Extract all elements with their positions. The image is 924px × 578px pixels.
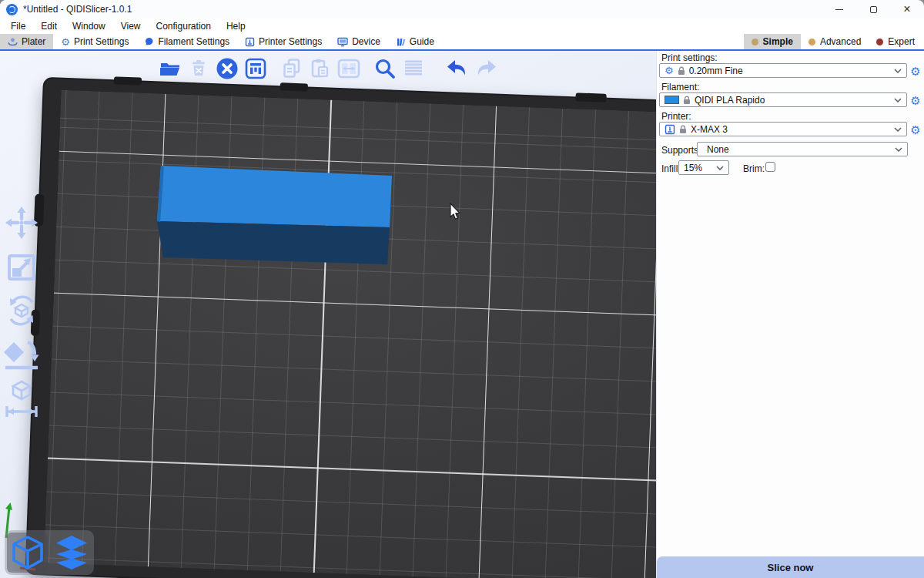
place-on-face-icon	[3, 336, 40, 373]
menubar: File Edit Window View Configuration Help	[0, 18, 924, 34]
window-title: *Untitled - QIDISlicer-1.0.1	[23, 4, 132, 15]
split-view-button[interactable]	[335, 52, 363, 85]
open-folder-icon	[159, 58, 182, 79]
3d-view-cube-icon	[11, 535, 45, 570]
rotate-icon	[4, 291, 39, 330]
scale-tool-button[interactable]	[2, 247, 42, 286]
layers-preview-view-button[interactable]	[51, 533, 92, 573]
brim-label: Brim:	[743, 163, 765, 174]
copy-button[interactable]	[278, 52, 306, 85]
window-controls: ×	[822, 0, 924, 18]
slice-now-button[interactable]: Slice now	[657, 556, 924, 578]
rotate-tool-button[interactable]	[2, 291, 42, 330]
scale-icon	[4, 249, 39, 284]
advanced-mode-dot-icon	[808, 39, 815, 45]
move-icon	[4, 205, 39, 240]
delete-all-button[interactable]	[213, 52, 242, 85]
tab-plater[interactable]: Plater	[0, 34, 53, 49]
infill-label: Infill:	[661, 163, 681, 174]
maximize-button[interactable]	[856, 0, 890, 18]
mode-advanced[interactable]: Advanced	[801, 34, 869, 49]
tab-label: Printer Settings	[259, 36, 322, 47]
paste-button[interactable]	[306, 52, 335, 85]
mode-simple[interactable]: Simple	[744, 34, 801, 49]
infill-select[interactable]: 15%	[678, 160, 729, 175]
mode-label: Expert	[888, 36, 915, 47]
menu-edit[interactable]: Edit	[33, 19, 65, 33]
layers-list-icon	[403, 58, 424, 79]
tab-filament-settings[interactable]: Filament Settings	[136, 34, 237, 49]
chevron-down-icon	[716, 166, 724, 170]
place-on-face-tool-button[interactable]	[2, 335, 42, 374]
print-settings-select[interactable]: ⚙ 0.20mm Fine	[659, 63, 907, 78]
move-tool-button[interactable]	[2, 203, 42, 242]
delete-button[interactable]	[185, 52, 213, 85]
supports-select[interactable]: None	[697, 142, 908, 156]
minimize-button[interactable]	[822, 0, 856, 18]
print-settings-gear-button[interactable]: ⚙	[909, 66, 922, 77]
layers-preview-icon	[54, 534, 89, 571]
minimize-icon	[835, 9, 843, 10]
redo-arrow-icon	[474, 58, 498, 79]
variable-layer-height-button[interactable]	[400, 52, 428, 85]
filament-gear-button[interactable]: ⚙	[909, 95, 922, 106]
tab-label: Device	[352, 36, 380, 47]
tab-device[interactable]: Device	[330, 34, 388, 49]
paste-icon	[309, 57, 332, 80]
supports-label: Supports:	[661, 145, 701, 156]
tab-print-settings[interactable]: ⚙ Print Settings	[53, 34, 136, 49]
supports-value: None	[707, 144, 729, 155]
gear-icon: ⚙	[61, 37, 70, 47]
printer-icon	[245, 37, 255, 47]
menu-help[interactable]: Help	[219, 19, 253, 33]
filament-select[interactable]: QIDI PLA Rapido	[659, 92, 907, 107]
measure-icon	[3, 379, 40, 418]
app-logo-icon	[6, 4, 18, 15]
tab-label: Guide	[410, 36, 434, 47]
open-button[interactable]	[156, 52, 185, 85]
arrange-button[interactable]	[242, 52, 270, 85]
tab-label: Filament Settings	[158, 36, 229, 47]
brim-checkbox[interactable]	[765, 162, 775, 172]
guide-icon	[396, 37, 406, 47]
printer-icon	[665, 124, 675, 135]
redo-button[interactable]	[472, 52, 500, 85]
search-button[interactable]	[371, 52, 400, 85]
filament-color-swatch	[665, 96, 679, 104]
measure-tool-button[interactable]	[2, 379, 42, 418]
tab-label: Print Settings	[74, 36, 129, 47]
expert-mode-dot-icon	[876, 39, 883, 45]
undo-button[interactable]	[444, 52, 472, 85]
printer-value: X-MAX 3	[691, 124, 728, 135]
3d-editor-view-button[interactable]	[7, 533, 48, 573]
filament-value: QIDI PLA Rapido	[695, 95, 765, 106]
menu-view[interactable]: View	[113, 19, 149, 33]
print-bed	[26, 79, 656, 578]
titlebar: *Untitled - QIDISlicer-1.0.1 ×	[0, 0, 924, 18]
close-icon: ×	[903, 3, 910, 15]
menu-window[interactable]: Window	[65, 19, 113, 33]
mode-expert[interactable]: Expert	[869, 34, 922, 49]
app-window: *Untitled - QIDISlicer-1.0.1 × File Edit…	[0, 0, 924, 578]
chevron-down-icon	[895, 147, 902, 152]
mode-switcher: Simple Advanced Expert	[744, 34, 924, 49]
maximize-icon	[870, 6, 877, 13]
printer-select[interactable]: X-MAX 3	[659, 122, 907, 136]
print-settings-label: Print settings:	[661, 52, 718, 63]
3d-viewport[interactable]	[0, 51, 656, 578]
menu-configuration[interactable]: Configuration	[149, 19, 219, 33]
tab-printer-settings[interactable]: Printer Settings	[237, 34, 330, 49]
split-view-icon	[336, 57, 361, 80]
tabbar: Plater ⚙ Print Settings Filament Setting…	[0, 34, 924, 51]
printer-gear-button[interactable]: ⚙	[909, 124, 922, 136]
close-button[interactable]: ×	[890, 0, 924, 18]
gear-icon: ⚙	[665, 66, 674, 76]
device-icon	[337, 37, 348, 47]
tab-guide[interactable]: Guide	[388, 34, 442, 49]
view-mode-toggle	[5, 530, 94, 575]
plater-icon	[8, 37, 18, 47]
chevron-down-icon	[894, 127, 902, 132]
menu-file[interactable]: File	[3, 19, 33, 33]
lock-icon	[679, 125, 687, 134]
lock-icon	[683, 96, 691, 105]
